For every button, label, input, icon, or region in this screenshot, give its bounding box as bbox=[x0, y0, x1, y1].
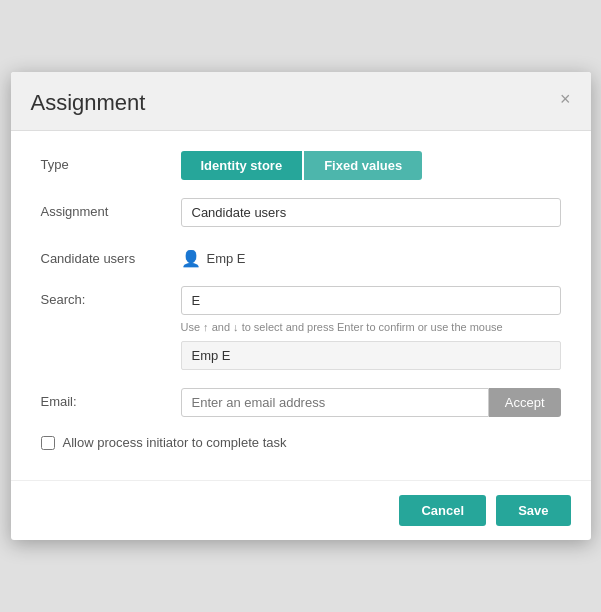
save-button[interactable]: Save bbox=[496, 495, 570, 526]
email-field-group: Accept bbox=[181, 388, 561, 417]
fixed-values-button[interactable]: Fixed values bbox=[304, 151, 422, 180]
type-label: Type bbox=[41, 151, 181, 172]
dialog-header: Assignment × bbox=[11, 72, 591, 131]
assignment-row: Assignment bbox=[41, 198, 561, 227]
assignment-input[interactable] bbox=[181, 198, 561, 227]
identity-store-button[interactable]: Identity store bbox=[181, 151, 303, 180]
candidate-users-label: Candidate users bbox=[41, 245, 181, 266]
dialog-body: Type Identity store Fixed values Assignm… bbox=[11, 131, 591, 480]
assignment-dialog: Assignment × Type Identity store Fixed v… bbox=[11, 72, 591, 540]
checkbox-row: Allow process initiator to complete task bbox=[41, 435, 561, 450]
dialog-footer: Cancel Save bbox=[11, 480, 591, 540]
accept-button[interactable]: Accept bbox=[489, 388, 561, 417]
assignment-field bbox=[181, 198, 561, 227]
checkbox-label: Allow process initiator to complete task bbox=[63, 435, 287, 450]
search-input[interactable] bbox=[181, 286, 561, 315]
user-icon: 👤 bbox=[181, 249, 201, 268]
search-label: Search: bbox=[41, 286, 181, 307]
search-hint: Use ↑ and ↓ to select and press Enter to… bbox=[181, 320, 561, 335]
search-result-item[interactable]: Emp E bbox=[181, 341, 561, 370]
candidate-user-entry: 👤 Emp E bbox=[181, 245, 561, 268]
search-row: Search: Use ↑ and ↓ to select and press … bbox=[41, 286, 561, 370]
cancel-button[interactable]: Cancel bbox=[399, 495, 486, 526]
close-button[interactable]: × bbox=[560, 90, 571, 108]
email-row: Email: Accept bbox=[41, 388, 561, 417]
dialog-title: Assignment bbox=[31, 90, 146, 116]
assignment-label: Assignment bbox=[41, 198, 181, 219]
type-buttons: Identity store Fixed values bbox=[181, 151, 561, 180]
type-row: Type Identity store Fixed values bbox=[41, 151, 561, 180]
candidate-users-field: 👤 Emp E bbox=[181, 245, 561, 268]
search-field: Use ↑ and ↓ to select and press Enter to… bbox=[181, 286, 561, 370]
candidate-users-row: Candidate users 👤 Emp E bbox=[41, 245, 561, 268]
email-label: Email: bbox=[41, 388, 181, 409]
initiator-checkbox[interactable] bbox=[41, 436, 55, 450]
candidate-user-name: Emp E bbox=[207, 251, 246, 266]
email-input[interactable] bbox=[181, 388, 489, 417]
